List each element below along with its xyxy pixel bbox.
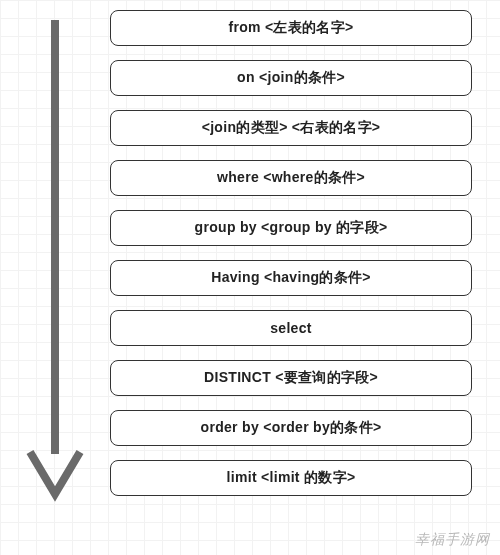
watermark-text: 幸福手游网	[415, 531, 490, 549]
steps-list: from <左表的名字> on <join的条件> <join的类型> <右表的…	[110, 10, 500, 502]
step-where: where <where的条件>	[110, 160, 472, 196]
step-order-by: order by <order by的条件>	[110, 410, 472, 446]
step-having: Having <having的条件>	[110, 260, 472, 296]
step-distinct: DISTINCT <要查询的字段>	[110, 360, 472, 396]
step-select: select	[110, 310, 472, 346]
diagram-container: from <左表的名字> on <join的条件> <join的类型> <右表的…	[0, 10, 500, 502]
step-join: <join的类型> <右表的名字>	[110, 110, 472, 146]
step-group-by: group by <group by 的字段>	[110, 210, 472, 246]
arrow-column	[0, 10, 110, 502]
down-arrow-icon	[20, 14, 90, 502]
step-from: from <左表的名字>	[110, 10, 472, 46]
step-limit: limit <limit 的数字>	[110, 460, 472, 496]
step-on: on <join的条件>	[110, 60, 472, 96]
